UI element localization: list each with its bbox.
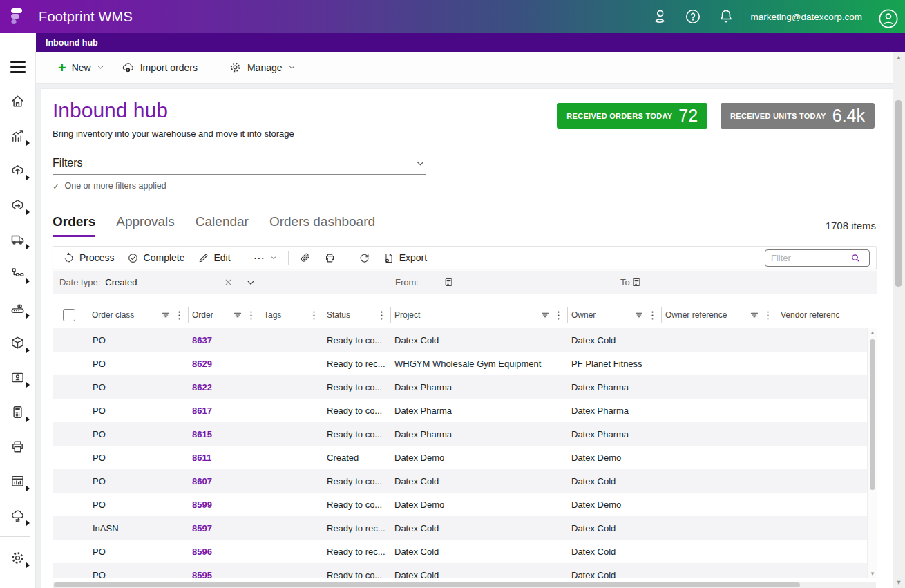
notifications-icon[interactable] [717, 8, 735, 26]
scroll-down-icon[interactable]: ▼ [893, 579, 905, 586]
table-row[interactable]: PO8611CreatedDatex DemoDatex Demo [53, 446, 877, 469]
help-icon[interactable] [684, 8, 702, 26]
tab-calendar[interactable]: Calendar [196, 214, 249, 237]
attachments-button[interactable] [294, 249, 318, 267]
tab-orders-dashboard[interactable]: Orders dashboard [269, 214, 375, 237]
order-link[interactable]: 8607 [192, 476, 212, 486]
column-menu-icon[interactable] [651, 310, 654, 321]
tab-approvals[interactable]: Approvals [116, 214, 175, 237]
page-scrollbar[interactable]: ▲ ▼ [893, 52, 905, 588]
table-row[interactable]: PO8596Ready to rec...Datex ColdDatex Col… [53, 540, 877, 563]
column-menu-icon[interactable] [380, 310, 383, 321]
table-row[interactable]: PO8607Ready to co...Datex ColdDatex Cold [53, 469, 877, 493]
more-commands-button[interactable]: ⋯ [247, 249, 283, 267]
column-header-project[interactable]: Project [390, 302, 567, 328]
column-menu-icon[interactable] [249, 310, 253, 321]
column-header-vendor-referenc[interactable]: Vendor referenc [777, 302, 867, 328]
filter-funnel-icon[interactable] [540, 310, 550, 320]
filter-funnel-icon[interactable] [634, 310, 644, 320]
sidebar-item-billing[interactable] [0, 395, 36, 429]
scrollbar-thumb[interactable] [54, 582, 800, 587]
sidebar-item-workflow[interactable] [0, 256, 36, 291]
table-horizontal-scrollbar[interactable] [53, 582, 876, 588]
process-button[interactable]: Process [57, 249, 121, 267]
to-date-picker-button[interactable] [631, 277, 642, 287]
order-link[interactable]: 8599 [192, 500, 212, 510]
refresh-button[interactable] [352, 249, 377, 267]
export-button[interactable]: Export [377, 249, 433, 267]
sidebar-item-integrations[interactable] [0, 498, 36, 533]
account-icon[interactable] [877, 8, 895, 26]
filter-funnel-icon[interactable] [233, 310, 242, 320]
complete-button[interactable]: Complete [121, 249, 191, 267]
date-type-clear-button[interactable] [224, 278, 233, 287]
sidebar-item-settings[interactable] [0, 540, 36, 575]
chevron-down-icon[interactable] [415, 158, 426, 169]
print-button[interactable] [318, 249, 342, 267]
table-row[interactable]: PO8637Ready to co...Datex ColdDatex Cold [53, 328, 877, 352]
table-row[interactable]: PO8595Ready to co...Datex ColdDatex Cold [53, 563, 877, 578]
order-link[interactable]: 8596 [192, 547, 212, 557]
scroll-up-icon[interactable]: ▲ [868, 330, 877, 336]
scrollbar-thumb[interactable] [870, 339, 875, 490]
sidebar-item-putaway[interactable] [0, 187, 36, 222]
sidebar-item-home[interactable] [0, 84, 36, 118]
column-menu-icon[interactable] [766, 310, 770, 321]
date-type-dropdown-button[interactable] [246, 278, 256, 287]
table-row[interactable]: PO8615Ready to co...Datex PharmaDatex Ph… [53, 422, 877, 446]
column-header-order-class[interactable]: Order class [88, 302, 188, 328]
grid-filter-input[interactable] [771, 253, 850, 263]
column-header-status[interactable]: Status [323, 302, 390, 328]
sidebar-item-reports[interactable] [0, 464, 36, 498]
column-header-owner-reference[interactable]: Owner reference [661, 302, 777, 328]
sidebar-item-shipping[interactable] [0, 222, 36, 256]
filter-funnel-icon[interactable] [750, 310, 759, 320]
scroll-up-icon[interactable]: ▲ [893, 54, 905, 61]
sidebar-item-inbound[interactable] [0, 153, 36, 187]
order-link[interactable]: 8595 [192, 570, 212, 579]
kpi-received-units[interactable]: RECEIVED UNITS TODAY 6.4k [721, 103, 875, 129]
column-menu-icon[interactable] [178, 310, 181, 321]
table-row[interactable]: PO8629Ready to rec...WHGYM Wholesale Gym… [53, 352, 877, 375]
table-row[interactable]: PO8617Ready to co...Datex PharmaDatex Ph… [53, 399, 877, 422]
column-menu-icon[interactable] [312, 310, 316, 321]
search-icon[interactable] [850, 253, 861, 263]
column-menu-icon[interactable] [557, 310, 560, 321]
sidebar-item-contacts[interactable] [0, 360, 36, 395]
order-link[interactable]: 8637 [192, 335, 212, 345]
order-link[interactable]: 8615 [192, 429, 212, 439]
new-button[interactable]: + New [51, 58, 111, 77]
filters-expander[interactable]: Filters [53, 157, 426, 175]
table-row[interactable]: InASN8597Ready to rec...Datex ColdDatex … [53, 516, 877, 540]
order-link[interactable]: 8611 [192, 453, 211, 463]
sidebar-item-inventory[interactable] [0, 325, 36, 360]
table-row[interactable]: PO8599Ready to co...Datex DemoDatex Demo [53, 493, 877, 516]
select-all-checkbox[interactable] [63, 309, 75, 321]
table-vertical-scrollbar[interactable]: ▲ ▼ [867, 328, 877, 578]
tab-orders[interactable]: Orders [53, 214, 95, 237]
import-orders-button[interactable]: Import orders [114, 57, 204, 79]
grid-filter-box[interactable] [765, 249, 870, 267]
user-email[interactable]: marketing@datexcorp.com [750, 12, 862, 22]
order-link[interactable]: 8629 [192, 359, 212, 369]
scrollbar-thumb[interactable] [895, 100, 902, 287]
edit-button[interactable]: Edit [191, 249, 237, 267]
order-link[interactable]: 8597 [192, 523, 212, 533]
manage-button[interactable]: Manage [222, 57, 303, 78]
order-link[interactable]: 8622 [192, 382, 212, 392]
column-header-order[interactable]: Order [188, 302, 260, 328]
sidebar-item-print[interactable] [0, 429, 36, 464]
table-row[interactable]: PO8622Ready to co...Datex PharmaDatex Ph… [53, 375, 877, 399]
export-icon [383, 252, 394, 264]
hamburger-menu-button[interactable] [4, 55, 32, 79]
order-link[interactable]: 8617 [192, 406, 212, 416]
column-header-tags[interactable]: Tags [260, 302, 323, 328]
kpi-received-orders[interactable]: RECEIVED ORDERS TODAY 72 [557, 103, 707, 129]
sidebar-item-production[interactable] [0, 291, 36, 325]
scroll-down-icon[interactable]: ▼ [868, 571, 877, 577]
from-date-picker-button[interactable] [444, 277, 454, 287]
support-icon[interactable] [651, 8, 669, 26]
filter-funnel-icon[interactable] [161, 310, 171, 320]
column-header-owner[interactable]: Owner [567, 302, 661, 328]
sidebar-item-analytics[interactable] [0, 118, 36, 153]
